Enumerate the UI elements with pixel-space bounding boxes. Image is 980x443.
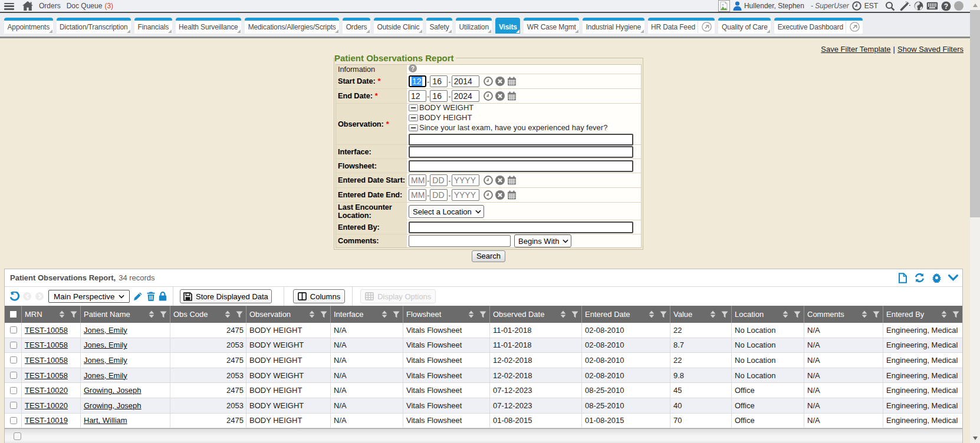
delete-perspective-icon[interactable] xyxy=(147,292,155,301)
entered-date-end-time-icon[interactable] xyxy=(484,190,493,200)
breadcrumb-orders[interactable]: Orders xyxy=(39,2,61,10)
next-perspective-icon[interactable] xyxy=(35,292,44,300)
filter-icon[interactable] xyxy=(721,311,728,318)
end-date-year-input[interactable]: 2024 xyxy=(452,90,479,102)
last-encounter-location-select[interactable]: Select a Location xyxy=(409,205,484,218)
filter-icon[interactable] xyxy=(479,311,486,318)
row-checkbox[interactable] xyxy=(10,387,17,394)
end-date-month-input[interactable]: 12 xyxy=(409,90,426,102)
observation-search-input[interactable] xyxy=(409,134,633,146)
patient-name-link[interactable]: Jones, Emily xyxy=(84,326,127,335)
mrn-link[interactable]: TEST-10058 xyxy=(25,356,68,365)
store-displayed-data-button[interactable]: Store Displayed Data xyxy=(180,289,272,303)
observation-checkbox[interactable] xyxy=(409,114,418,121)
observation-checkbox[interactable] xyxy=(409,104,418,111)
mrn-link[interactable]: TEST-10058 xyxy=(25,371,68,380)
select-all-checkbox[interactable] xyxy=(10,311,17,318)
footer-row-checkbox[interactable] xyxy=(14,432,21,440)
end-date-clear-icon[interactable] xyxy=(495,91,505,101)
start-date-day-input[interactable]: 16 xyxy=(430,75,448,87)
filter-icon[interactable] xyxy=(320,311,327,318)
entered-date-end-calendar-icon[interactable] xyxy=(507,190,517,200)
flowsheet-input[interactable] xyxy=(409,160,633,172)
display-options-button[interactable]: Display Options xyxy=(360,289,436,303)
magic-wand-icon[interactable] xyxy=(900,1,910,11)
edit-perspective-icon[interactable] xyxy=(133,292,143,301)
user-icon[interactable] xyxy=(733,1,742,11)
patient-name-link[interactable]: Jones, Emily xyxy=(84,340,127,349)
sort-icon[interactable] xyxy=(782,310,788,318)
entered-date-end-day-input[interactable]: DD xyxy=(430,189,448,201)
filter-icon[interactable] xyxy=(873,311,880,318)
comments-input[interactable] xyxy=(409,235,511,247)
search-icon[interactable] xyxy=(885,1,895,11)
tab-medications-allergies-scripts[interactable]: Medications/Allergies/Scripts xyxy=(245,18,339,34)
undo-icon[interactable] xyxy=(9,292,19,302)
collapse-panel-chevron-icon[interactable] xyxy=(948,275,958,281)
patient-name-link[interactable]: Growing, Joseph xyxy=(84,401,142,410)
sort-icon[interactable] xyxy=(149,310,154,318)
new-document-icon[interactable] xyxy=(898,273,907,283)
tab-outside-clinic[interactable]: Outside Clinic xyxy=(374,18,423,34)
tab-financials[interactable]: Financials xyxy=(134,18,172,34)
page-scrollbar[interactable] xyxy=(970,0,980,443)
refresh-icon[interactable] xyxy=(914,273,925,283)
row-checkbox[interactable] xyxy=(10,326,17,333)
scrollbar-down-arrow[interactable] xyxy=(970,433,980,443)
filter-icon[interactable] xyxy=(571,311,578,318)
row-checkbox[interactable] xyxy=(10,356,17,363)
help-icon[interactable]: ? xyxy=(941,1,951,11)
search-button[interactable]: Search xyxy=(472,250,505,262)
entered-date-end-year-input[interactable]: YYYY xyxy=(452,189,479,201)
row-checkbox[interactable] xyxy=(10,417,17,424)
scrollbar-thumb[interactable] xyxy=(970,10,980,217)
gear-icon[interactable] xyxy=(932,273,942,283)
end-date-time-icon[interactable] xyxy=(484,91,493,101)
end-date-calendar-icon[interactable] xyxy=(507,91,517,101)
clock-icon[interactable] xyxy=(852,1,861,11)
entered-date-start-clear-icon[interactable] xyxy=(495,176,505,185)
mrn-link[interactable]: TEST-10019 xyxy=(25,416,68,425)
tab-quality-of-care[interactable]: Quality of Care xyxy=(718,18,771,34)
entered-date-start-calendar-icon[interactable] xyxy=(507,176,517,185)
filter-icon[interactable] xyxy=(393,311,400,318)
sort-icon[interactable] xyxy=(59,310,65,318)
patient-name-link[interactable]: Jones, Emily xyxy=(84,371,127,380)
mrn-link[interactable]: TEST-10058 xyxy=(25,340,68,349)
end-date-day-input[interactable]: 16 xyxy=(430,90,448,102)
tab-dictation-transcription[interactable]: Dictation/Transcription xyxy=(57,18,131,34)
comments-match-mode-select[interactable]: Begins With xyxy=(514,234,571,247)
sort-icon[interactable] xyxy=(861,310,867,318)
filter-icon[interactable] xyxy=(236,311,243,318)
mrn-link[interactable]: TEST-10020 xyxy=(25,386,68,395)
start-date-calendar-icon[interactable] xyxy=(507,77,517,86)
columns-button[interactable]: Columns xyxy=(293,289,345,303)
sort-icon[interactable] xyxy=(560,310,566,318)
mrn-link[interactable]: TEST-10020 xyxy=(25,401,68,410)
tab-orders[interactable]: Orders xyxy=(343,18,370,34)
entered-date-end-clear-icon[interactable] xyxy=(495,190,505,200)
entered-date-start-time-icon[interactable] xyxy=(484,176,493,185)
save-filter-template-link[interactable]: Save Filter Template xyxy=(821,45,890,54)
patient-name-link[interactable]: Growing, Joseph xyxy=(84,386,142,395)
sort-icon[interactable] xyxy=(225,310,231,318)
tab-hr-data-feed[interactable]: HR Data Feed xyxy=(648,18,715,34)
lock-perspective-icon[interactable] xyxy=(159,292,167,301)
sort-icon[interactable] xyxy=(468,310,474,318)
tab-health-surveillance[interactable]: Health Surveillance xyxy=(176,18,242,34)
start-date-month-input[interactable]: 12 xyxy=(409,75,426,87)
filter-icon[interactable] xyxy=(660,311,667,318)
tab-visits[interactable]: Visits xyxy=(495,18,520,34)
previous-perspective-icon[interactable] xyxy=(23,292,31,300)
entered-date-start-year-input[interactable]: YYYY xyxy=(452,174,479,186)
entered-date-end-month-input[interactable]: MM xyxy=(409,189,426,201)
hamburger-menu-icon[interactable] xyxy=(4,3,14,10)
user-name[interactable]: Hullender, Stephen xyxy=(744,2,804,10)
sort-icon[interactable] xyxy=(649,310,655,318)
scrollbar-up-arrow[interactable] xyxy=(970,0,980,10)
patient-name-link[interactable]: Jones, Emily xyxy=(84,356,127,365)
start-date-year-input[interactable]: 2014 xyxy=(452,75,479,87)
information-help-icon[interactable]: ? xyxy=(409,64,417,75)
sort-icon[interactable] xyxy=(382,310,387,318)
tab-executive-dashboard[interactable]: Executive Dashboard xyxy=(774,18,863,34)
